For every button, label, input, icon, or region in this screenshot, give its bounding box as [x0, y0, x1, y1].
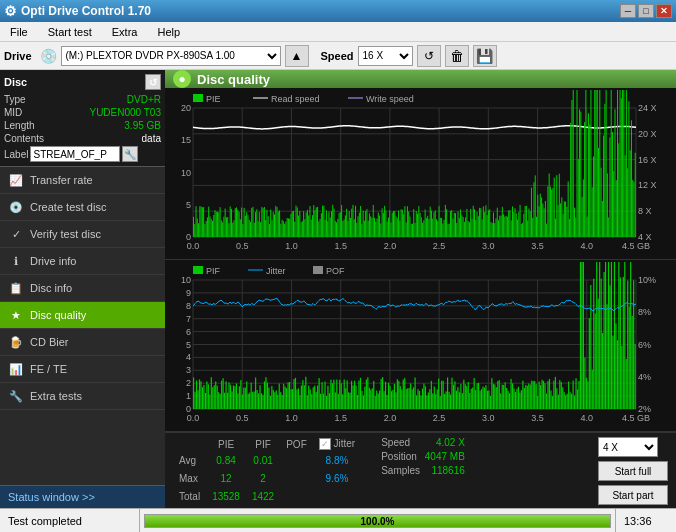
progress-area: 100.0%	[140, 509, 616, 532]
speed-select[interactable]: 16 X 4 X 8 X 12 X Max	[358, 46, 413, 66]
stats-avg-row: Avg 0.84 0.01 8.8%	[173, 451, 361, 469]
speed-label-text: Speed	[381, 437, 410, 448]
window-controls: ─ □ ✕	[620, 4, 672, 18]
disc-panel-title: Disc	[4, 76, 27, 88]
speed-label: Speed	[321, 50, 354, 62]
disc-label-input[interactable]	[30, 146, 120, 162]
disc-length-value: 3.95 GB	[124, 120, 161, 131]
eject-button[interactable]: ▲	[285, 45, 309, 67]
sidebar-item-disc-info-label: Disc info	[30, 282, 72, 294]
disc-mid-row: MID YUDEN000 T03	[4, 107, 161, 118]
drive-select[interactable]: (M:) PLEXTOR DVDR PX-890SA 1.00	[61, 46, 281, 66]
sidebar-item-drive-info[interactable]: ℹ Drive info	[0, 248, 165, 275]
status-window-button[interactable]: Status window >>	[0, 485, 165, 508]
chart2-container	[165, 260, 676, 432]
create-test-disc-icon: 💿	[8, 199, 24, 215]
charts-area	[165, 88, 676, 432]
max-pie: 12	[206, 469, 246, 487]
sidebar-item-extra-tests[interactable]: 🔧 Extra tests	[0, 383, 165, 410]
max-pof	[280, 469, 313, 487]
avg-pof	[280, 451, 313, 469]
disc-type-label: Type	[4, 94, 26, 105]
sidebar-item-fe-te-label: FE / TE	[30, 363, 67, 375]
start-full-button[interactable]: Start full	[598, 461, 668, 481]
sidebar-item-disc-quality-label: Disc quality	[30, 309, 86, 321]
sidebar: Disc ↺ Type DVD+R MID YUDEN000 T03 Lengt…	[0, 70, 165, 508]
sidebar-item-verify-test-disc[interactable]: ✓ Verify test disc	[0, 221, 165, 248]
disc-quality-header-icon: ●	[173, 70, 191, 88]
sidebar-item-fe-te[interactable]: 📊 FE / TE	[0, 356, 165, 383]
cd-bier-icon: 🍺	[8, 334, 24, 350]
verify-test-disc-icon: ✓	[8, 226, 24, 242]
close-button[interactable]: ✕	[656, 4, 672, 18]
disc-label-btn[interactable]: 🔧	[122, 146, 138, 162]
minimize-button[interactable]: ─	[620, 4, 636, 18]
position-row: Position 4047 MB	[381, 451, 465, 462]
disc-length-label: Length	[4, 120, 35, 131]
stats-area: PIE PIF POF ✓ Jitter Avg 0.84 0.01	[165, 432, 676, 508]
progress-bar-background: 100.0%	[144, 514, 611, 528]
time-display: 13:36	[616, 515, 676, 527]
avg-pif: 0.01	[246, 451, 280, 469]
total-pof	[280, 487, 313, 505]
title-bar: ⚙ Opti Drive Control 1.70 ─ □ ✕	[0, 0, 676, 22]
disc-quality-header: ● Disc quality	[165, 70, 676, 88]
avg-jitter: 8.8%	[313, 451, 361, 469]
right-controls: 4 X 8 X Max Start full Start part	[598, 437, 668, 505]
drive-icon: 💿	[40, 48, 57, 64]
sidebar-item-disc-quality[interactable]: ★ Disc quality	[0, 302, 165, 329]
menu-starttest[interactable]: Start test	[42, 24, 98, 40]
app-icon: ⚙	[4, 3, 17, 19]
position-value: 4047 MB	[425, 451, 465, 462]
drive-label: Drive	[4, 50, 32, 62]
position-label-text: Position	[381, 451, 417, 462]
progress-text: 100.0%	[145, 515, 610, 529]
menu-extra[interactable]: Extra	[106, 24, 144, 40]
refresh-button[interactable]: ↺	[417, 45, 441, 67]
sidebar-item-create-test-disc[interactable]: 💿 Create test disc	[0, 194, 165, 221]
col-header-pif: PIF	[246, 437, 280, 451]
disc-quality-icon: ★	[8, 307, 24, 323]
erase-button[interactable]: 🗑	[445, 45, 469, 67]
disc-type-row: Type DVD+R	[4, 94, 161, 105]
stats-table: PIE PIF POF ✓ Jitter Avg 0.84 0.01	[173, 437, 361, 505]
disc-contents-row: Contents data	[4, 133, 161, 144]
disc-mid-value: YUDEN000 T03	[89, 107, 161, 118]
speed-control-select[interactable]: 4 X 8 X Max	[598, 437, 658, 457]
drive-info-icon: ℹ	[8, 253, 24, 269]
stats-total-row: Total 13528 1422	[173, 487, 361, 505]
disc-label-label: Label	[4, 149, 28, 160]
start-part-button[interactable]: Start part	[598, 485, 668, 505]
transfer-rate-icon: 📈	[8, 172, 24, 188]
menu-help[interactable]: Help	[151, 24, 186, 40]
sidebar-item-drive-info-label: Drive info	[30, 255, 76, 267]
sidebar-item-transfer-rate[interactable]: 📈 Transfer rate	[0, 167, 165, 194]
jitter-checkbox[interactable]: ✓	[319, 438, 331, 450]
status-text: Test completed	[0, 509, 140, 532]
sidebar-item-verify-test-disc-label: Verify test disc	[30, 228, 101, 240]
chart1-container	[165, 88, 676, 260]
sidebar-item-disc-info[interactable]: 📋 Disc info	[0, 275, 165, 302]
sidebar-item-cd-bier[interactable]: 🍺 CD Bier	[0, 329, 165, 356]
main-area: Disc ↺ Type DVD+R MID YUDEN000 T03 Lengt…	[0, 70, 676, 508]
sidebar-item-transfer-rate-label: Transfer rate	[30, 174, 93, 186]
menu-file[interactable]: File	[4, 24, 34, 40]
fe-te-icon: 📊	[8, 361, 24, 377]
samples-row: Samples 118616	[381, 465, 465, 476]
col-header-jitter-check[interactable]: ✓ Jitter	[313, 437, 361, 451]
disc-label-row: Label 🔧	[4, 146, 161, 162]
total-jitter	[313, 487, 361, 505]
max-jitter: 9.6%	[313, 469, 361, 487]
disc-panel-refresh[interactable]: ↺	[145, 74, 161, 90]
app-title: Opti Drive Control 1.70	[21, 4, 151, 18]
status-bar: Test completed 100.0% 13:36	[0, 508, 676, 532]
max-pif: 2	[246, 469, 280, 487]
maximize-button[interactable]: □	[638, 4, 654, 18]
sidebar-item-create-test-disc-label: Create test disc	[30, 201, 106, 213]
col-header-blank	[173, 437, 206, 451]
samples-value: 118616	[431, 465, 464, 476]
disc-mid-label: MID	[4, 107, 22, 118]
save-log-button[interactable]: 💾	[473, 45, 497, 67]
menu-bar: File Start test Extra Help	[0, 22, 676, 42]
extra-tests-icon: 🔧	[8, 388, 24, 404]
